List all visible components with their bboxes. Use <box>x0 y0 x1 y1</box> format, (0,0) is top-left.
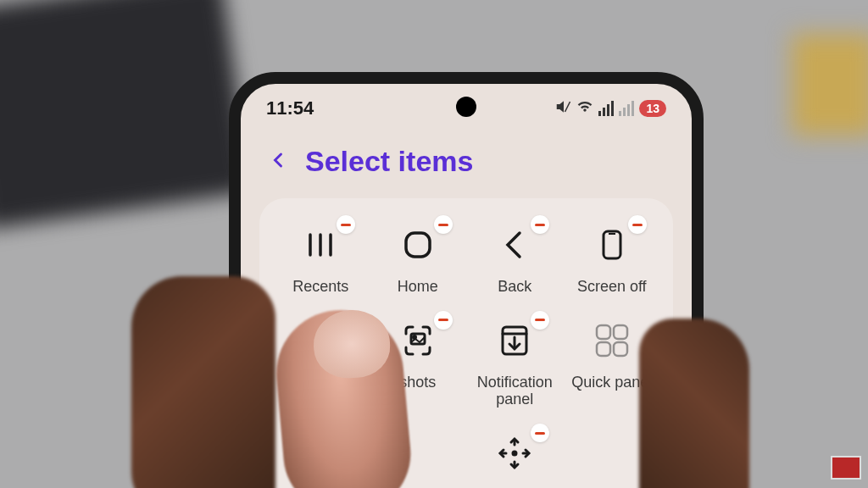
item-move[interactable] <box>470 432 559 478</box>
status-time: 11:54 <box>266 97 314 119</box>
signal-bars-2-icon <box>619 101 634 116</box>
back-button[interactable] <box>266 148 290 175</box>
screen-off-icon <box>593 226 631 267</box>
item-label: Notification panel <box>477 374 553 408</box>
remove-badge-icon[interactable] <box>531 311 549 330</box>
svg-rect-14 <box>597 342 610 356</box>
svg-point-17 <box>513 452 516 455</box>
hand-left <box>131 276 275 488</box>
signal-bars-1-icon <box>598 101 614 116</box>
remove-badge-icon[interactable] <box>337 215 355 234</box>
corner-badge <box>831 456 861 480</box>
remove-badge-icon[interactable] <box>531 424 549 442</box>
svg-line-0 <box>565 102 570 112</box>
item-recents[interactable]: Recents <box>276 224 365 296</box>
background-product-box <box>0 0 252 230</box>
svg-rect-5 <box>604 231 620 258</box>
page-title: Select items <box>305 145 473 178</box>
hand-right <box>639 319 749 488</box>
remove-badge-icon[interactable] <box>434 311 453 330</box>
wifi-icon <box>576 97 593 119</box>
recents-icon <box>302 226 339 267</box>
move-icon <box>496 435 533 475</box>
svg-rect-13 <box>614 325 627 339</box>
item-home[interactable]: Home <box>374 224 463 296</box>
mute-icon <box>556 97 571 119</box>
back-icon <box>496 226 533 267</box>
quick-panel-icon <box>592 320 632 364</box>
battery-level: 13 <box>639 100 666 117</box>
item-label: Home <box>398 278 438 296</box>
item-notification-panel[interactable]: Notification panel <box>470 319 559 408</box>
item-label: Screen off <box>577 278 647 296</box>
screenshot-icon <box>399 322 437 363</box>
svg-rect-15 <box>614 342 627 356</box>
remove-badge-icon[interactable] <box>434 215 453 234</box>
item-label: Recents <box>292 278 348 296</box>
home-icon <box>399 226 437 267</box>
remove-badge-icon[interactable] <box>628 215 647 234</box>
notification-panel-icon <box>496 322 533 363</box>
svg-rect-4 <box>406 233 430 257</box>
item-back[interactable]: Back <box>470 224 559 296</box>
camera-punch-hole <box>456 97 476 117</box>
item-screen-off[interactable]: Screen off <box>568 224 657 296</box>
item-label: Back <box>498 278 531 296</box>
svg-rect-12 <box>597 325 610 339</box>
background-wood-block <box>792 34 868 136</box>
page-header: Select items <box>241 126 692 198</box>
remove-badge-icon[interactable] <box>531 215 549 234</box>
